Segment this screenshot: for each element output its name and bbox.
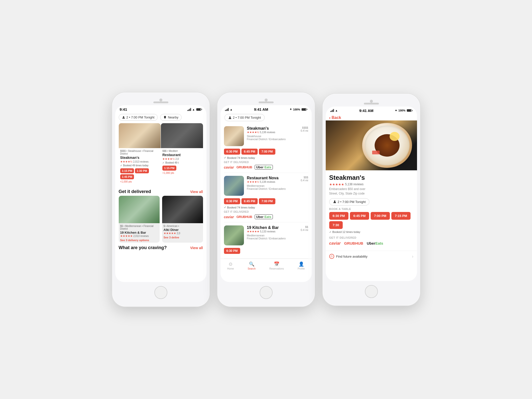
nav-profile[interactable]: 👤 Profile (298, 261, 305, 270)
restaurant-card-0[interactable]: $$$$ • Steakhouse • Financial District S… (119, 123, 161, 184)
ubereats-logo-0: Uber Eats (255, 165, 273, 170)
back-button[interactable]: ‹ Back (326, 114, 417, 120)
detail-address1: Embarcadero $50 and over (329, 187, 414, 191)
nav-home-label: Home (227, 267, 234, 270)
restaurant-stars-1: ★★★★½ 2,0 (162, 157, 202, 161)
get-delivered-label-0: GET IT DELIVERED (224, 161, 308, 164)
delivery-cuisine-0: $$ • Mediterranean • Financial District (120, 225, 158, 230)
delivery-cuisine-1: $ • American • (164, 225, 202, 227)
slot-0-1[interactable]: 1:30 PM (135, 168, 149, 173)
review-count-0: 2,013 reviews (133, 160, 149, 163)
delivery-options-link-1[interactable]: See 3 delive (164, 236, 202, 239)
delivery-logos-1: caviar GRUBHUB Uber Eats (224, 214, 308, 219)
guests-filter-label: 2 • 7:00 PM Tonight (126, 115, 155, 119)
status-time-1: 9:41 (120, 107, 127, 111)
list-name-1: Restaurant Nova (247, 176, 298, 180)
phone-top-3 (326, 98, 417, 104)
delivery-options-link-0[interactable]: See 3 delivery options (120, 239, 158, 242)
home-button-3[interactable] (365, 285, 378, 298)
nav-reservations[interactable]: 📅 Reservations (269, 261, 284, 270)
detail-slot-3[interactable]: 7:15 PM (391, 212, 411, 220)
list-item-top-0: Steakman's ★★★★½ 5,138 reviews Steakhous… (224, 126, 308, 146)
future-availability-row[interactable]: ⏱ Find future availability › (326, 251, 417, 262)
person-icon-2 (228, 116, 232, 119)
delivery-meta-1: $ • American • Alki Diner ★★★★★ 2,0 See … (162, 223, 203, 240)
list-cuisine-0: Steakhouse (247, 135, 298, 138)
detail-slot-0[interactable]: 6:30 PM (329, 212, 348, 220)
nav-home[interactable]: ⊙ Home (227, 261, 234, 270)
slot-0-2[interactable]: 1:45 PM (120, 174, 134, 179)
screen-content-2: 2 • 7:00 PM Tonight Steakman's ★★★★½ (220, 112, 312, 282)
craving-view-all[interactable]: View all (190, 246, 203, 250)
list-thumb-2 (224, 225, 244, 245)
delivery-stars-0: ★★★★★ 2,013 reviews (120, 234, 158, 238)
guests-filter[interactable]: 2 • 7:00 PM Tonight (119, 114, 158, 121)
list-stars-filled-2: ★★★★★ (247, 230, 259, 233)
svg-point-2 (229, 116, 230, 117)
screen-content-3: Steakman's ★★★★★ 5,138 reviews Embarcade… (326, 120, 417, 280)
future-availability-left: ⏱ Find future availability (329, 254, 368, 259)
list-slot-1-2[interactable]: 7:00 PM (259, 198, 275, 204)
food-plate (362, 123, 412, 168)
grubhub-logo-1: GRUBHUB (236, 215, 252, 219)
delivery-meta-0: $$ • Mediterranean • Financial District … (119, 223, 160, 243)
back-label: Back (332, 115, 341, 120)
home-button-2[interactable] (260, 286, 273, 299)
list-slot-1-1[interactable]: 6:45 PM (241, 198, 258, 204)
grubhub-logo-0: GRUBHUB (236, 165, 252, 169)
slot-1-0[interactable]: 1:15 PM (162, 166, 176, 171)
nav-reservations-label: Reservations (269, 267, 284, 270)
status-icons-1: ▲ (187, 108, 202, 111)
slot-0-0[interactable]: 1:15 PM (120, 168, 134, 173)
nav-search-label: Search (248, 267, 256, 270)
delivery-card-0[interactable]: $$ • Mediterranean • Financial District … (119, 196, 160, 243)
detail-slot-4[interactable]: 7:30 (329, 221, 343, 229)
person-icon (122, 116, 125, 119)
restaurant-detail-info: Steakman's ★★★★★ 5,138 reviews Embarcade… (326, 170, 417, 251)
hero-image (326, 120, 417, 170)
restaurant-card-1[interactable]: $$$ • Mediterr Restaurant ★★★★½ 2,0 ✓ Bo… (161, 123, 203, 184)
review-count-1: 2,0 (175, 158, 179, 160)
phone-2-screen: ▲ 9:41 AM ✦ 100% 2 • 7:00 PM (220, 105, 312, 282)
detail-caviar-logo: caviar (329, 241, 341, 246)
profile-icon: 👤 (299, 261, 304, 267)
delivery-view-all[interactable]: View all (190, 190, 203, 194)
list-slot-2-0[interactable]: 6:30 PM (224, 248, 240, 254)
list-slot-0-1[interactable]: 6:45 PM (241, 149, 258, 155)
front-camera (159, 99, 162, 101)
detail-delivery-logos: caviar GRUBHUB UberEats (329, 241, 414, 246)
list-info-2: 19 Kitchen & Bar ★★★★★ 5,133 reviews Med… (247, 225, 298, 245)
nearby-filter[interactable]: Nearby (160, 114, 182, 121)
list-item-2[interactable]: 19 Kitchen & Bar ★★★★★ 5,133 reviews Med… (224, 222, 308, 259)
signal-icon-3 (330, 109, 334, 112)
list-slot-0-2[interactable]: 7:00 PM (259, 149, 275, 155)
battery-percent-2: 100% (293, 108, 300, 111)
status-bar-3: ▲ 9:41 AM ✦ 100% (326, 106, 417, 114)
list-item-top-2: 19 Kitchen & Bar ★★★★★ 5,133 reviews Med… (224, 225, 308, 245)
detail-slot-1[interactable]: 6:45 PM (350, 212, 369, 220)
phone-bottom-3 (326, 285, 417, 298)
guests-filter-2[interactable]: 2 • 7:00 PM Tonight (224, 114, 265, 121)
chevron-right-icon: › (412, 254, 414, 259)
nav-search[interactable]: 🔍 Search (248, 261, 256, 270)
list-info-0: Steakman's ★★★★½ 5,138 reviews Steakhous… (247, 126, 298, 146)
phone-top (115, 97, 207, 103)
ubereats-logo-1: Uber Eats (255, 214, 273, 219)
status-time-3: 9:41 AM (359, 108, 373, 113)
detail-guests-filter[interactable]: 2 • 7:00 PM Tonight (329, 198, 370, 205)
signal-icon-1 (187, 108, 191, 111)
list-slot-0-0[interactable]: 6:30 PM (224, 149, 240, 155)
list-item-1[interactable]: Restaurant Nova ★★★★½ 5,138 reviews Medi… (224, 173, 308, 222)
home-button-1[interactable] (154, 286, 167, 299)
list-slots-2: 6:30 PM (224, 248, 308, 254)
list-slots-0: 6:30 PM 6:45 PM 7:00 PM (224, 149, 308, 155)
detail-stars-filled: ★★★★★ (329, 183, 344, 186)
bluetooth-icon-2: ✦ (290, 108, 292, 111)
detail-slot-2[interactable]: 7:00 PM (371, 212, 390, 220)
restaurant-booked-0: ✓ Booked 49 times today (120, 164, 159, 167)
delivery-card-1[interactable]: $ • American • Alki Diner ★★★★★ 2,0 See … (162, 196, 203, 243)
list-item-0[interactable]: Steakman's ★★★★½ 5,138 reviews Steakhous… (224, 123, 308, 173)
speaker-2 (259, 101, 274, 103)
list-slot-1-0[interactable]: 6:30 PM (224, 198, 240, 204)
list-right-1: $$$ 0.4 mi (301, 176, 308, 196)
